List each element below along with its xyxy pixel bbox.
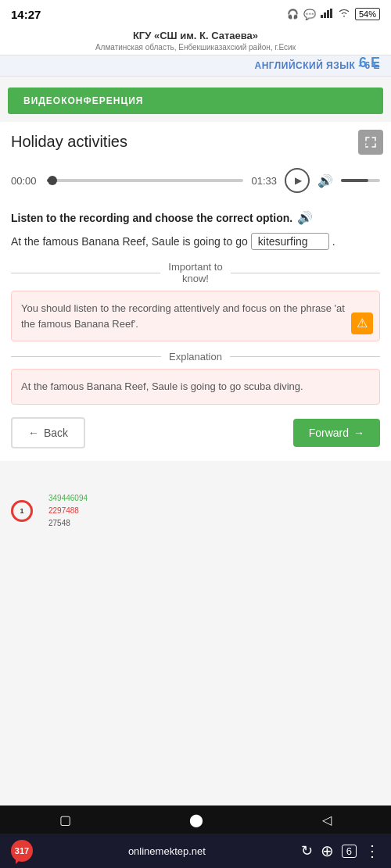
important-text: You should listen to the recording atten… [21,302,345,330]
header-area: КГУ «СШ им. К. Сатаева» Алматинская обла… [0,25,391,55]
important-header: Important toknow! [11,261,380,284]
audio-progress-fill [47,179,53,182]
bottom-spacer [0,545,391,608]
stats-numbers: 349446094 2297488 27548 [48,492,88,530]
home-nav-icon[interactable]: ⬤ [189,813,203,827]
add-tab-icon[interactable]: ⊕ [321,841,334,860]
forward-arrow-icon: → [353,427,364,439]
back-arrow-icon: ← [28,427,39,439]
forward-label: Forward [309,427,349,439]
important-label: Important toknow! [160,261,230,284]
conference-banner: ВИДЕОКОНФЕРЕНЦИЯ [8,88,383,114]
subject-bar: АНГЛИЙСКИЙ ЯЗЫК - 6 Е [0,55,391,77]
status-time: 14:27 [11,8,41,21]
question-part2: . [332,235,335,248]
status-bar: 14:27 🎧 💬 54% [0,0,391,25]
sound-icon[interactable]: 🔊 [297,210,313,225]
menu-icon[interactable]: ⋮ [364,841,380,860]
back-nav-icon[interactable]: ◁ [322,813,332,827]
back-button[interactable]: ← Back [11,417,85,448]
back-label: Back [44,427,68,439]
divider-right [231,273,380,273]
audio-player: 00:00 01:33 🔊 [11,163,380,198]
fullscreen-button[interactable] [358,130,383,155]
battery-icon: 54% [355,8,380,20]
school-address: Алматинская область, Енбекшиказахский ра… [8,43,383,52]
domain-text: onlinemektep.net [41,845,293,857]
audio-progress-bar[interactable] [47,179,243,182]
explanation-section: Explanation At the famous Banana Reef, S… [11,351,380,405]
warning-icon: ⚠ [351,313,373,334]
nav-buttons: ← Back Forward → [11,417,380,448]
audio-time-start: 00:00 [11,175,39,187]
explanation-box: At the famous Banana Reef, Saule is goin… [11,369,380,405]
svg-rect-3 [330,9,332,18]
bottom-bar: 317 onlinemektep.net ↻ ⊕ 6 ⋮ [0,834,391,868]
signal-icon [321,9,333,20]
stats-num2: 2297488 [48,506,79,515]
question-row: At the famous Banana Reef, Saule is goin… [11,233,380,250]
audio-play-button[interactable] [285,168,310,193]
android-nav: ▢ ⬤ ◁ [0,805,391,834]
conference-text: ВИДЕОКОНФЕРЕНЦИЯ [23,95,143,106]
grade-badge: 6 Е [359,55,380,71]
refresh-icon[interactable]: ↻ [301,842,313,859]
main-content: Holiday activities 00:00 01:33 🔊 Listen … [0,122,391,461]
chat-bubble[interactable]: 317 [11,840,33,862]
whatsapp-icon: 💬 [303,9,316,20]
forward-button[interactable]: Forward → [293,419,380,447]
school-name: КГУ «СШ им. К. Сатаева» [8,30,383,41]
question-part1: At the famous Banana Reef, Saule is goin… [11,235,248,248]
status-icons: 🎧 💬 54% [287,8,380,20]
explanation-header: Explanation [11,351,380,363]
exp-divider-left [11,356,161,357]
chat-count: 317 [15,846,29,855]
square-nav-icon[interactable]: ▢ [59,813,71,827]
svg-rect-1 [324,13,326,18]
important-box: You should listen to the recording atten… [11,291,380,341]
svg-rect-2 [327,10,329,18]
stats-num3: 27548 [48,519,70,527]
svg-rect-0 [321,15,323,18]
stats-area: 1 349446094 2297488 27548 [0,477,391,545]
instruction-text: Listen to the recording and choose the c… [11,212,292,224]
explanation-text: At the famous Banana Reef, Saule is goin… [21,380,303,392]
stats-num1: 349446094 [48,494,88,502]
tab-count[interactable]: 6 [342,845,357,858]
stats-circle: 1 [11,500,33,522]
audio-volume-icon: 🔊 [317,173,333,188]
exp-divider-right [230,356,380,357]
wifi-icon [338,9,350,20]
audio-volume-fill [341,179,368,182]
divider-left [11,273,160,273]
audio-volume-bar[interactable] [341,179,380,182]
important-section: Important toknow! You should listen to t… [11,261,380,341]
audio-time-end: 01:33 [251,175,277,187]
instruction-row: Listen to the recording and choose the c… [11,210,380,225]
headphones-icon: 🎧 [287,9,299,20]
activity-title: Holiday activities [11,133,380,151]
answer-box[interactable]: kitesurfing [251,233,329,250]
explanation-label: Explanation [161,351,230,363]
